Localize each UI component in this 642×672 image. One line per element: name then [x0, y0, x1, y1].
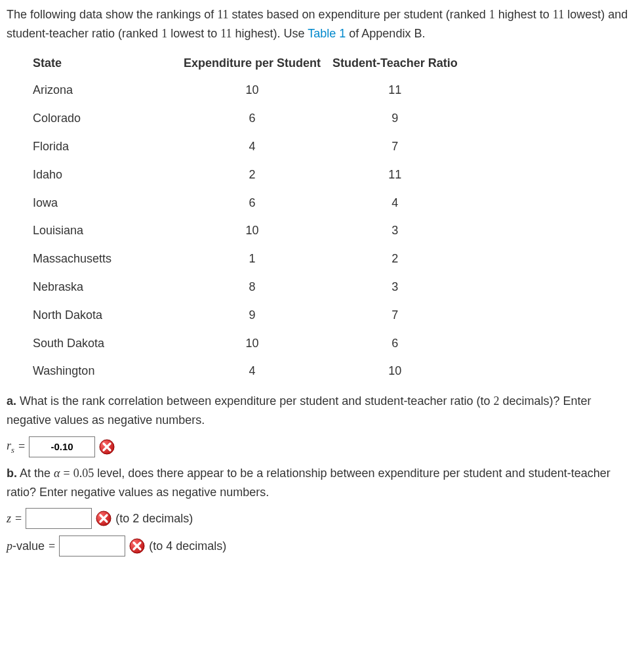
alpha-symbol: α	[54, 467, 60, 480]
z-input[interactable]	[26, 508, 92, 529]
ratio-cell: 7	[332, 301, 470, 329]
alpha-value: 0.05	[73, 467, 94, 480]
ratio-cell: 3	[332, 217, 470, 245]
state-cell: Iowa	[33, 189, 184, 217]
expenditure-cell: 1	[184, 245, 332, 273]
expenditure-cell: 10	[184, 76, 332, 104]
ratio-cell: 2	[332, 245, 470, 273]
z-symbol: z	[7, 509, 11, 528]
expenditure-cell: 10	[184, 329, 332, 358]
state-cell: South Dakota	[33, 329, 184, 358]
part-b-text: At the	[17, 467, 54, 480]
table-row: Iowa64	[33, 189, 470, 217]
rank-highest: 1	[489, 8, 495, 21]
ratio-cell: 11	[332, 161, 470, 189]
header-expenditure: Expenditure per Student	[184, 50, 332, 77]
problem-intro: The following data show the rankings of …	[7, 5, 635, 43]
pvalue-input[interactable]	[59, 536, 125, 556]
state-cell: Louisiana	[33, 217, 184, 245]
ratio-highest: 11	[220, 27, 231, 40]
ratio-cell: 10	[332, 357, 470, 385]
intro-text: The following data show the rankings of	[7, 8, 217, 21]
state-cell: Washington	[33, 357, 184, 385]
expenditure-cell: 8	[184, 273, 332, 301]
pvalue-hint: (to 4 decimals)	[149, 537, 226, 556]
state-cell: Massachusetts	[33, 245, 184, 273]
state-cell: North Dakota	[33, 301, 184, 329]
expenditure-cell: 4	[184, 133, 332, 161]
part-a-label: a.	[7, 394, 16, 408]
intro-text: states based on expenditure per student …	[229, 8, 489, 21]
data-table: State Expenditure per Student Student-Te…	[33, 50, 470, 386]
state-cell: Colorado	[33, 104, 184, 133]
table-link[interactable]: Table 1	[308, 27, 346, 40]
header-state: State	[33, 50, 184, 77]
z-answer-row: z = (to 2 decimals)	[7, 508, 635, 529]
table-row: Nebraska83	[33, 273, 470, 301]
table-row: Louisiana103	[33, 217, 470, 245]
equals-sign: =	[18, 437, 25, 456]
p-symbol: p-value	[7, 537, 45, 556]
header-ratio: Student-Teacher Ratio	[332, 50, 470, 77]
table-row: Massachusetts12	[33, 245, 470, 273]
equals-sign: =	[15, 509, 22, 528]
num-states: 11	[217, 8, 228, 21]
expenditure-cell: 9	[184, 301, 332, 329]
wrong-icon	[96, 511, 111, 526]
ratio-lowest: 1	[161, 27, 167, 40]
state-cell: Nebraska	[33, 273, 184, 301]
ratio-cell: 6	[332, 329, 470, 358]
ratio-cell: 11	[332, 76, 470, 104]
equals-sign: =	[49, 537, 55, 556]
equals-sign: =	[64, 467, 70, 480]
table-row: Idaho211	[33, 161, 470, 189]
intro-text: highest). Use	[232, 27, 308, 40]
rs-symbol: rs	[7, 436, 14, 457]
part-a-answer-row: rs =	[7, 436, 635, 457]
intro-text: of Appendix B.	[346, 27, 425, 40]
part-a-question: a. What is the rank correlation between …	[7, 392, 635, 430]
wrong-icon	[99, 439, 115, 455]
part-a-text: What is the rank correlation between exp…	[16, 394, 493, 408]
ratio-cell: 3	[332, 273, 470, 301]
rs-input[interactable]	[29, 436, 95, 457]
expenditure-cell: 6	[184, 189, 332, 217]
table-row: Arizona1011	[33, 76, 470, 104]
expenditure-cell: 4	[184, 357, 332, 385]
expenditure-cell: 2	[184, 161, 332, 189]
pvalue-answer-row: p-value = (to 4 decimals)	[7, 536, 635, 556]
ratio-cell: 4	[332, 189, 470, 217]
ratio-cell: 9	[332, 104, 470, 133]
intro-text: lowest to	[167, 27, 220, 40]
wrong-icon	[129, 538, 145, 554]
state-cell: Florida	[33, 133, 184, 161]
expenditure-cell: 10	[184, 217, 332, 245]
state-cell: Idaho	[33, 161, 184, 189]
ratio-cell: 7	[332, 133, 470, 161]
table-row: Florida47	[33, 133, 470, 161]
part-b-label: b.	[7, 467, 17, 480]
z-hint: (to 2 decimals)	[115, 509, 193, 528]
part-b-text: level, does there appear to be a relatio…	[7, 467, 611, 499]
state-cell: Arizona	[33, 76, 184, 104]
part-b-question: b. At the α = 0.05 level, does there app…	[7, 464, 635, 502]
table-row: North Dakota97	[33, 301, 470, 329]
intro-text: highest to	[495, 8, 553, 21]
table-row: South Dakota106	[33, 329, 470, 358]
table-row: Washington410	[33, 357, 470, 385]
table-row: Colorado69	[33, 104, 470, 133]
expenditure-cell: 6	[184, 104, 332, 133]
rank-lowest: 11	[553, 8, 564, 21]
